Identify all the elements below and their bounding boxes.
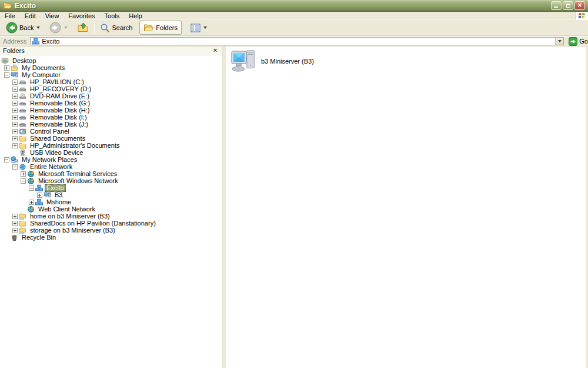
folders-icon [143, 23, 154, 32]
tree-item[interactable]: HP_RECOVERY (D:) [0, 85, 222, 92]
expand-icon[interactable] [12, 129, 18, 134]
menu-file[interactable]: File [0, 12, 20, 20]
tree-item[interactable]: Control Panel [0, 128, 222, 135]
open-folder-icon [3, 1, 12, 11]
collapse-icon[interactable] [12, 164, 18, 170]
menu-favorites[interactable]: Favorites [64, 12, 99, 20]
menu-tools[interactable]: Tools [100, 12, 125, 20]
tree-item[interactable]: Removable Disk (G:) [0, 100, 222, 107]
expand-icon[interactable] [12, 87, 18, 92]
forward-dropdown-icon[interactable] [64, 26, 68, 29]
collapse-icon[interactable] [29, 185, 34, 191]
tree-item[interactable]: Entire Network [0, 163, 222, 170]
forward-button[interactable] [47, 21, 70, 35]
workgroup-icon [32, 38, 39, 45]
expand-icon[interactable] [12, 101, 18, 106]
desktop-icon [1, 57, 9, 65]
collapse-icon[interactable] [21, 178, 26, 184]
panel-close-icon[interactable]: × [212, 47, 219, 54]
tree-item[interactable]: Excito [0, 184, 222, 191]
tree-item[interactable]: Recycle Bin [0, 234, 222, 241]
content-pane: b3 Miniserver (B3) [226, 47, 586, 368]
tree-item[interactable]: storage on b3 Miniserver (B3) [0, 227, 222, 234]
tree-item[interactable]: Removable Disk (I:) [0, 114, 222, 121]
content-item[interactable]: b3 Miniserver (B3) [230, 49, 314, 73]
close-button[interactable]: × [574, 1, 585, 10]
expand-icon[interactable] [21, 171, 26, 177]
folders-panel-title: Folders [3, 47, 25, 54]
expand-icon[interactable] [29, 200, 34, 205]
tree-item[interactable]: Web Client Network [0, 205, 222, 213]
expand-icon[interactable] [12, 115, 18, 120]
folders-panel: Folders × DesktopMy DocumentsMy Computer… [0, 47, 222, 368]
expand-icon[interactable] [12, 221, 18, 226]
tree-item[interactable]: My Network Places [0, 156, 222, 163]
computer-icon [11, 71, 18, 79]
expand-icon[interactable] [12, 143, 18, 148]
views-icon [191, 24, 201, 32]
menu-help[interactable]: Help [124, 12, 147, 20]
tree-item[interactable]: home on b3 Miniserver (B3) [0, 213, 222, 220]
tree-item[interactable]: My Documents [0, 64, 222, 71]
minimize-button[interactable] [551, 1, 562, 10]
back-label: Back [19, 24, 34, 31]
expand-icon[interactable] [12, 214, 18, 219]
address-label: Address [0, 38, 30, 45]
folder-up-icon [77, 22, 89, 34]
expand-icon[interactable] [37, 193, 42, 198]
address-combo[interactable]: Excito [30, 37, 564, 45]
collapse-icon[interactable] [4, 157, 9, 163]
expand-icon[interactable] [12, 228, 18, 233]
folders-button[interactable]: Folders [139, 21, 182, 35]
tree-item[interactable]: Shared Documents [0, 135, 222, 142]
tree-item[interactable]: Removable Disk (J:) [0, 121, 222, 128]
title-bar: Excito × [0, 0, 588, 12]
expand-icon[interactable] [12, 79, 18, 85]
menu-view[interactable]: View [41, 12, 64, 20]
expand-icon[interactable] [12, 122, 18, 127]
search-button[interactable]: Search [98, 22, 135, 34]
expand-icon[interactable] [4, 65, 9, 71]
menu-bar: FileEditViewFavoritesToolsHelp [0, 12, 588, 20]
views-button[interactable] [188, 22, 209, 34]
back-button[interactable]: Back [4, 21, 42, 35]
tree-item[interactable]: B3 [0, 191, 222, 198]
tree-item[interactable]: Microsoft Windows Network [0, 177, 222, 184]
back-icon [6, 22, 18, 34]
search-icon [100, 23, 110, 33]
net-globe-icon [27, 177, 35, 185]
tree-item[interactable]: HP_PAVILION (C:) [0, 78, 222, 85]
expand-icon[interactable] [12, 108, 18, 113]
folders-label: Folders [156, 24, 178, 31]
menu-items: FileEditViewFavoritesToolsHelp [0, 12, 147, 20]
window-title: Excito [15, 2, 551, 10]
views-dropdown-icon[interactable] [203, 26, 207, 29]
search-label: Search [112, 24, 132, 31]
forward-icon [49, 22, 61, 34]
folders-panel-header: Folders × [0, 47, 222, 55]
tree-item[interactable]: HP_Administrator's Documents [0, 142, 222, 149]
workgroup-icon [35, 184, 43, 192]
tree-item[interactable]: SharedDocs on HP Pavilion (Danstationary… [0, 220, 222, 227]
tree-item[interactable]: My Computer [0, 71, 222, 78]
tree-item[interactable]: Microsoft Terminal Services [0, 170, 222, 177]
tree-item[interactable]: Mshome [0, 198, 222, 205]
collapse-icon[interactable] [4, 72, 9, 78]
tree-item[interactable]: Removable Disk (H:) [0, 107, 222, 114]
expand-icon[interactable] [12, 136, 18, 141]
back-dropdown-icon[interactable] [36, 26, 40, 29]
explorer-window: Excito × FileEditViewFavoritesToolsHelp … [0, 0, 588, 368]
tree-item[interactable]: Desktop [0, 57, 222, 64]
restore-button[interactable] [563, 1, 573, 10]
tree-item[interactable]: USB Video Device [0, 149, 222, 156]
menu-edit[interactable]: Edit [20, 12, 41, 20]
up-button[interactable] [75, 21, 91, 35]
go-label[interactable]: Go [579, 38, 588, 45]
toolbar: Back Search Folders [0, 20, 588, 36]
address-bar: Address Excito Go [0, 37, 588, 47]
go-button[interactable] [569, 37, 577, 46]
tree-item[interactable]: DVD-RAM Drive (E:) [0, 92, 222, 100]
address-value: Excito [42, 38, 59, 45]
expand-icon[interactable] [12, 94, 18, 99]
address-dropdown-button[interactable] [555, 38, 563, 45]
